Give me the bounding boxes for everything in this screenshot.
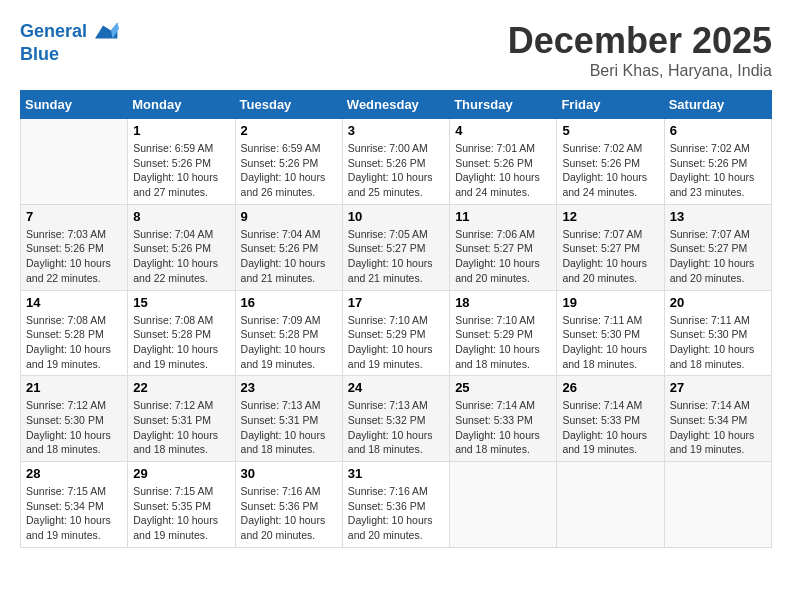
calendar-cell: 16Sunrise: 7:09 AMSunset: 5:28 PMDayligh… [235,290,342,376]
calendar-cell: 9Sunrise: 7:04 AMSunset: 5:26 PMDaylight… [235,204,342,290]
day-number: 21 [26,380,122,395]
calendar-cell: 26Sunrise: 7:14 AMSunset: 5:33 PMDayligh… [557,376,664,462]
day-number: 29 [133,466,229,481]
calendar-cell [664,462,771,548]
day-number: 15 [133,295,229,310]
day-info: Sunrise: 7:07 AMSunset: 5:27 PMDaylight:… [562,227,658,286]
calendar-cell: 7Sunrise: 7:03 AMSunset: 5:26 PMDaylight… [21,204,128,290]
weekday-header-tuesday: Tuesday [235,91,342,119]
day-info: Sunrise: 7:02 AMSunset: 5:26 PMDaylight:… [562,141,658,200]
day-info: Sunrise: 7:02 AMSunset: 5:26 PMDaylight:… [670,141,766,200]
day-info: Sunrise: 7:00 AMSunset: 5:26 PMDaylight:… [348,141,444,200]
calendar-cell: 3Sunrise: 7:00 AMSunset: 5:26 PMDaylight… [342,119,449,205]
calendar-cell: 20Sunrise: 7:11 AMSunset: 5:30 PMDayligh… [664,290,771,376]
calendar-table: SundayMondayTuesdayWednesdayThursdayFrid… [20,90,772,548]
day-info: Sunrise: 6:59 AMSunset: 5:26 PMDaylight:… [241,141,337,200]
calendar-cell: 23Sunrise: 7:13 AMSunset: 5:31 PMDayligh… [235,376,342,462]
calendar-cell: 5Sunrise: 7:02 AMSunset: 5:26 PMDaylight… [557,119,664,205]
calendar-cell: 4Sunrise: 7:01 AMSunset: 5:26 PMDaylight… [450,119,557,205]
day-number: 1 [133,123,229,138]
day-info: Sunrise: 7:16 AMSunset: 5:36 PMDaylight:… [348,484,444,543]
day-number: 6 [670,123,766,138]
day-number: 19 [562,295,658,310]
calendar-week-4: 21Sunrise: 7:12 AMSunset: 5:30 PMDayligh… [21,376,772,462]
weekday-header-sunday: Sunday [21,91,128,119]
day-number: 11 [455,209,551,224]
calendar-cell: 12Sunrise: 7:07 AMSunset: 5:27 PMDayligh… [557,204,664,290]
calendar-cell: 31Sunrise: 7:16 AMSunset: 5:36 PMDayligh… [342,462,449,548]
day-info: Sunrise: 7:09 AMSunset: 5:28 PMDaylight:… [241,313,337,372]
day-number: 14 [26,295,122,310]
day-info: Sunrise: 7:04 AMSunset: 5:26 PMDaylight:… [133,227,229,286]
weekday-header-saturday: Saturday [664,91,771,119]
calendar-cell: 19Sunrise: 7:11 AMSunset: 5:30 PMDayligh… [557,290,664,376]
day-number: 8 [133,209,229,224]
day-info: Sunrise: 7:11 AMSunset: 5:30 PMDaylight:… [670,313,766,372]
weekday-header-row: SundayMondayTuesdayWednesdayThursdayFrid… [21,91,772,119]
weekday-header-wednesday: Wednesday [342,91,449,119]
day-number: 9 [241,209,337,224]
day-info: Sunrise: 7:08 AMSunset: 5:28 PMDaylight:… [133,313,229,372]
calendar-week-2: 7Sunrise: 7:03 AMSunset: 5:26 PMDaylight… [21,204,772,290]
day-info: Sunrise: 7:13 AMSunset: 5:32 PMDaylight:… [348,398,444,457]
day-number: 4 [455,123,551,138]
day-number: 17 [348,295,444,310]
calendar-cell: 21Sunrise: 7:12 AMSunset: 5:30 PMDayligh… [21,376,128,462]
day-number: 5 [562,123,658,138]
day-number: 18 [455,295,551,310]
day-info: Sunrise: 7:16 AMSunset: 5:36 PMDaylight:… [241,484,337,543]
day-info: Sunrise: 7:01 AMSunset: 5:26 PMDaylight:… [455,141,551,200]
calendar-cell: 2Sunrise: 6:59 AMSunset: 5:26 PMDaylight… [235,119,342,205]
calendar-cell: 15Sunrise: 7:08 AMSunset: 5:28 PMDayligh… [128,290,235,376]
day-info: Sunrise: 7:14 AMSunset: 5:33 PMDaylight:… [562,398,658,457]
day-number: 23 [241,380,337,395]
day-number: 3 [348,123,444,138]
day-number: 13 [670,209,766,224]
calendar-cell: 24Sunrise: 7:13 AMSunset: 5:32 PMDayligh… [342,376,449,462]
day-info: Sunrise: 7:12 AMSunset: 5:31 PMDaylight:… [133,398,229,457]
logo-text: General [20,20,119,44]
calendar-cell: 27Sunrise: 7:14 AMSunset: 5:34 PMDayligh… [664,376,771,462]
calendar-cell: 14Sunrise: 7:08 AMSunset: 5:28 PMDayligh… [21,290,128,376]
calendar-cell [450,462,557,548]
day-number: 7 [26,209,122,224]
calendar-cell: 22Sunrise: 7:12 AMSunset: 5:31 PMDayligh… [128,376,235,462]
day-info: Sunrise: 7:07 AMSunset: 5:27 PMDaylight:… [670,227,766,286]
day-info: Sunrise: 7:12 AMSunset: 5:30 PMDaylight:… [26,398,122,457]
day-number: 10 [348,209,444,224]
day-number: 31 [348,466,444,481]
day-info: Sunrise: 7:08 AMSunset: 5:28 PMDaylight:… [26,313,122,372]
day-number: 27 [670,380,766,395]
calendar-cell [21,119,128,205]
calendar-cell: 13Sunrise: 7:07 AMSunset: 5:27 PMDayligh… [664,204,771,290]
weekday-header-thursday: Thursday [450,91,557,119]
day-number: 22 [133,380,229,395]
day-number: 12 [562,209,658,224]
calendar-cell: 30Sunrise: 7:16 AMSunset: 5:36 PMDayligh… [235,462,342,548]
page-header: General Blue December 2025 Beri Khas, Ha… [20,20,772,80]
day-info: Sunrise: 7:14 AMSunset: 5:33 PMDaylight:… [455,398,551,457]
calendar-week-5: 28Sunrise: 7:15 AMSunset: 5:34 PMDayligh… [21,462,772,548]
weekday-header-friday: Friday [557,91,664,119]
logo: General Blue [20,20,119,66]
day-info: Sunrise: 7:13 AMSunset: 5:31 PMDaylight:… [241,398,337,457]
calendar-cell: 28Sunrise: 7:15 AMSunset: 5:34 PMDayligh… [21,462,128,548]
calendar-week-3: 14Sunrise: 7:08 AMSunset: 5:28 PMDayligh… [21,290,772,376]
day-number: 2 [241,123,337,138]
calendar-cell: 18Sunrise: 7:10 AMSunset: 5:29 PMDayligh… [450,290,557,376]
calendar-cell: 17Sunrise: 7:10 AMSunset: 5:29 PMDayligh… [342,290,449,376]
day-info: Sunrise: 7:06 AMSunset: 5:27 PMDaylight:… [455,227,551,286]
day-info: Sunrise: 7:10 AMSunset: 5:29 PMDaylight:… [348,313,444,372]
day-info: Sunrise: 7:15 AMSunset: 5:34 PMDaylight:… [26,484,122,543]
calendar-cell: 11Sunrise: 7:06 AMSunset: 5:27 PMDayligh… [450,204,557,290]
calendar-cell: 6Sunrise: 7:02 AMSunset: 5:26 PMDaylight… [664,119,771,205]
logo-blue-text: Blue [20,44,119,66]
weekday-header-monday: Monday [128,91,235,119]
calendar-cell: 10Sunrise: 7:05 AMSunset: 5:27 PMDayligh… [342,204,449,290]
day-info: Sunrise: 7:11 AMSunset: 5:30 PMDaylight:… [562,313,658,372]
day-number: 20 [670,295,766,310]
location: Beri Khas, Haryana, India [508,62,772,80]
day-number: 16 [241,295,337,310]
day-info: Sunrise: 7:14 AMSunset: 5:34 PMDaylight:… [670,398,766,457]
calendar-cell: 25Sunrise: 7:14 AMSunset: 5:33 PMDayligh… [450,376,557,462]
